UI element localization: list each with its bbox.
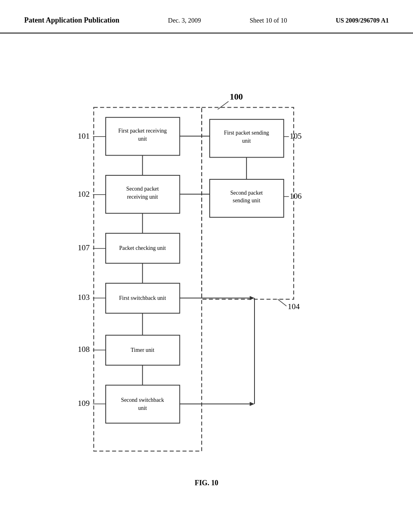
fig-label: FIG. 10 [195, 479, 219, 487]
sheet-label: Sheet 10 of 10 [250, 17, 287, 24]
diagram-area: 100 First packet receiving unit Second p… [0, 33, 413, 513]
label-106: 106 [290, 191, 302, 200]
label-105: 105 [290, 131, 302, 140]
label-104-line [278, 299, 287, 306]
label-107: 107 [78, 243, 90, 252]
label-102: 102 [78, 189, 90, 198]
label-103: 103 [78, 293, 90, 301]
label-101: 101 [78, 131, 90, 140]
second-switchback-text2: unit [138, 405, 147, 411]
first-packet-receiving-text2: unit [138, 136, 147, 142]
first-packet-sending-text: First packet sending [224, 130, 269, 136]
diagram-svg: 100 First packet receiving unit Second p… [0, 33, 413, 513]
second-packet-receiving-text2: receiving unit [127, 194, 158, 200]
patent-number-label: US 2009/296709 A1 [336, 17, 389, 24]
label-108: 108 [78, 345, 90, 353]
label-109: 109 [78, 399, 90, 407]
label-100: 100 [230, 92, 243, 102]
first-packet-sending-text2: unit [242, 138, 251, 144]
label-100-line [218, 102, 229, 110]
first-switchback-text: First switchback unit [119, 295, 166, 301]
label-104: 104 [288, 302, 300, 311]
packet-checking-text: Packet checking unit [119, 245, 166, 251]
date-label: Dec. 3, 2009 [168, 17, 201, 24]
page-header: Patent Application Publication Dec. 3, 2… [0, 0, 413, 33]
second-switchback-text: Second switchback [121, 397, 164, 403]
second-packet-receiving-text: Second packet [126, 186, 159, 192]
second-packet-sending-text: Second packet [230, 190, 263, 196]
arrow-switch2-right [250, 402, 254, 406]
first-packet-receiving-text: First packet receiving [118, 128, 167, 134]
timer-unit-text: Timer unit [131, 347, 154, 353]
publication-label: Patent Application Publication [24, 16, 119, 25]
second-switchback-box [106, 385, 179, 423]
second-packet-sending-text2: sending unit [233, 197, 260, 204]
